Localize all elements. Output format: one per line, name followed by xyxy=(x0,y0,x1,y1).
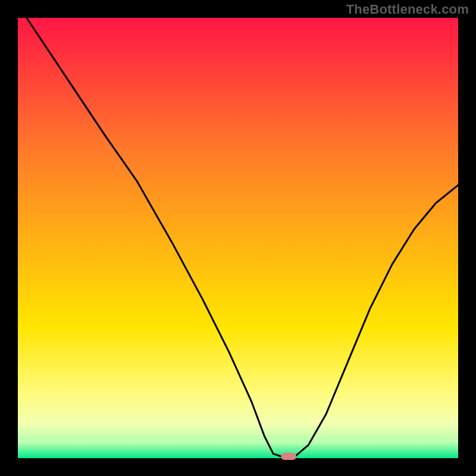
chart-frame: TheBottleneck.com xyxy=(0,0,476,476)
bottleneck-chart xyxy=(0,0,476,476)
optimal-marker xyxy=(281,453,296,460)
gradient-background xyxy=(18,18,458,458)
watermark-text: TheBottleneck.com xyxy=(346,2,469,17)
